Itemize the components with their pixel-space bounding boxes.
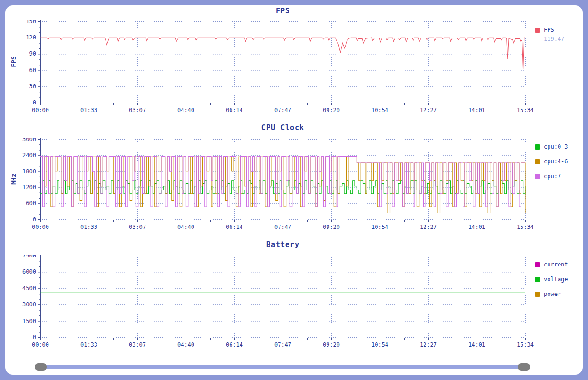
svg-text:4500: 4500 bbox=[22, 285, 36, 292]
svg-text:03:07: 03:07 bbox=[129, 342, 146, 348]
timeline-scrollbar-track[interactable] bbox=[40, 365, 524, 369]
svg-text:15:34: 15:34 bbox=[517, 342, 534, 348]
legend-item[interactable]: voltage bbox=[535, 276, 585, 283]
svg-text:3000: 3000 bbox=[22, 301, 36, 308]
svg-text:04:40: 04:40 bbox=[177, 342, 194, 348]
svg-text:06:14: 06:14 bbox=[226, 107, 243, 114]
legend-swatch bbox=[535, 262, 540, 267]
timeline-scrollbar-left-handle[interactable] bbox=[35, 363, 47, 370]
svg-text:06:14: 06:14 bbox=[226, 224, 243, 230]
legend-swatch bbox=[535, 144, 540, 150]
legend-swatch bbox=[535, 174, 540, 179]
svg-text:01:33: 01:33 bbox=[80, 224, 97, 230]
svg-text:2400: 2400 bbox=[22, 152, 36, 159]
svg-text:0: 0 bbox=[33, 99, 36, 106]
svg-text:60: 60 bbox=[29, 67, 36, 74]
svg-text:6000: 6000 bbox=[22, 268, 36, 275]
svg-text:15:34: 15:34 bbox=[517, 224, 534, 230]
svg-text:12:27: 12:27 bbox=[420, 224, 437, 230]
legend-label: current bbox=[544, 261, 568, 268]
legend-swatch bbox=[535, 28, 540, 33]
legend-item[interactable]: cpu:4-6 bbox=[535, 158, 585, 165]
fps-legend: FPS119.47 bbox=[535, 27, 585, 50]
legend-item[interactable]: cpu:7 bbox=[535, 173, 585, 180]
svg-text:07:47: 07:47 bbox=[274, 107, 291, 114]
svg-text:07:47: 07:47 bbox=[274, 342, 291, 348]
mhz-y-axis-name: MHz bbox=[10, 173, 17, 184]
svg-text:600: 600 bbox=[26, 200, 36, 207]
legend-item[interactable]: cpu:0-3 bbox=[535, 143, 585, 150]
svg-text:09:20: 09:20 bbox=[323, 224, 340, 230]
timeline-scrollbar-right-handle[interactable] bbox=[518, 363, 530, 370]
legend-label: cpu:7 bbox=[544, 173, 561, 180]
svg-text:01:33: 01:33 bbox=[80, 342, 97, 348]
legend-swatch bbox=[535, 292, 540, 297]
svg-text:04:40: 04:40 bbox=[177, 107, 194, 114]
svg-text:30: 30 bbox=[29, 83, 36, 90]
legend-label: cpu:0-3 bbox=[544, 143, 568, 150]
svg-text:120: 120 bbox=[26, 34, 36, 41]
svg-text:09:20: 09:20 bbox=[323, 342, 340, 348]
svg-text:04:40: 04:40 bbox=[177, 224, 194, 230]
svg-text:14:01: 14:01 bbox=[468, 224, 485, 230]
legend-label: power bbox=[544, 291, 561, 297]
svg-text:12:27: 12:27 bbox=[420, 342, 437, 348]
legend-item[interactable]: current bbox=[535, 261, 585, 268]
cpu-legend: cpu:0-3cpu:4-6cpu:7 bbox=[535, 143, 585, 188]
svg-text:10:54: 10:54 bbox=[371, 107, 388, 114]
legend-label: voltage bbox=[544, 276, 568, 283]
svg-text:00:00: 00:00 bbox=[32, 107, 49, 114]
svg-text:09:20: 09:20 bbox=[323, 107, 340, 114]
svg-text:07:47: 07:47 bbox=[274, 224, 291, 230]
battery-legend: currentvoltagepower bbox=[535, 261, 585, 305]
legend-swatch bbox=[535, 277, 540, 282]
svg-text:0: 0 bbox=[33, 216, 36, 223]
legend-current-value: 119.47 bbox=[544, 36, 585, 42]
fps-y-axis-name: FPS bbox=[10, 56, 17, 67]
battery-chart-title: Battery bbox=[40, 240, 525, 249]
svg-text:10:54: 10:54 bbox=[371, 342, 388, 348]
legend-item[interactable]: power bbox=[535, 291, 585, 297]
svg-text:06:14: 06:14 bbox=[226, 342, 243, 348]
svg-text:14:01: 14:01 bbox=[468, 342, 485, 348]
svg-text:1500: 1500 bbox=[22, 318, 36, 324]
svg-text:03:07: 03:07 bbox=[129, 224, 146, 230]
svg-text:00:00: 00:00 bbox=[32, 342, 49, 348]
svg-text:01:33: 01:33 bbox=[80, 107, 97, 114]
cpu-clock-chart-title: CPU Clock bbox=[40, 124, 525, 132]
svg-text:14:01: 14:01 bbox=[468, 107, 485, 114]
svg-text:90: 90 bbox=[29, 50, 36, 57]
legend-label: FPS bbox=[544, 27, 554, 33]
charts-canvas[interactable]: 00:0001:3303:0704:4006:1407:4709:2010:54… bbox=[0, 0, 588, 380]
svg-text:0: 0 bbox=[33, 334, 36, 341]
svg-text:12:27: 12:27 bbox=[420, 107, 437, 114]
svg-text:1800: 1800 bbox=[22, 168, 36, 175]
svg-text:15:34: 15:34 bbox=[517, 107, 534, 114]
svg-text:00:00: 00:00 bbox=[32, 224, 49, 230]
svg-text:10:54: 10:54 bbox=[371, 224, 388, 230]
legend-swatch bbox=[535, 159, 540, 164]
svg-text:03:07: 03:07 bbox=[129, 107, 146, 114]
legend-label: cpu:4-6 bbox=[544, 158, 568, 165]
fps-chart-title: FPS bbox=[40, 7, 525, 15]
svg-text:1200: 1200 bbox=[22, 184, 36, 190]
legend-item[interactable]: FPS bbox=[535, 27, 585, 33]
